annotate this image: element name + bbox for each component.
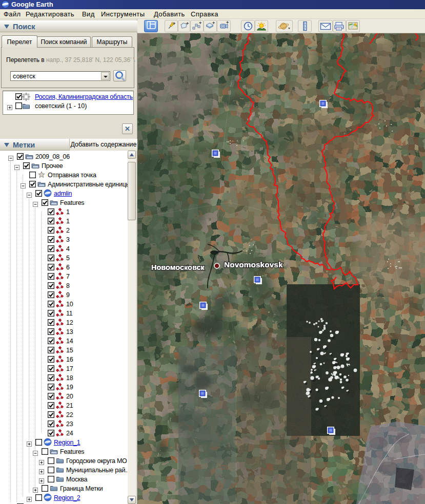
svg-text:+: + [212,21,215,26]
svg-text:+: + [199,21,201,26]
svg-text:+: + [186,21,189,26]
svg-text:Novomoskovsk: Novomoskovsk [224,260,283,269]
svg-text:+: + [173,21,175,26]
svg-text:Новомосковск: Новомосковск [151,263,205,271]
svg-text:+: + [226,21,229,25]
